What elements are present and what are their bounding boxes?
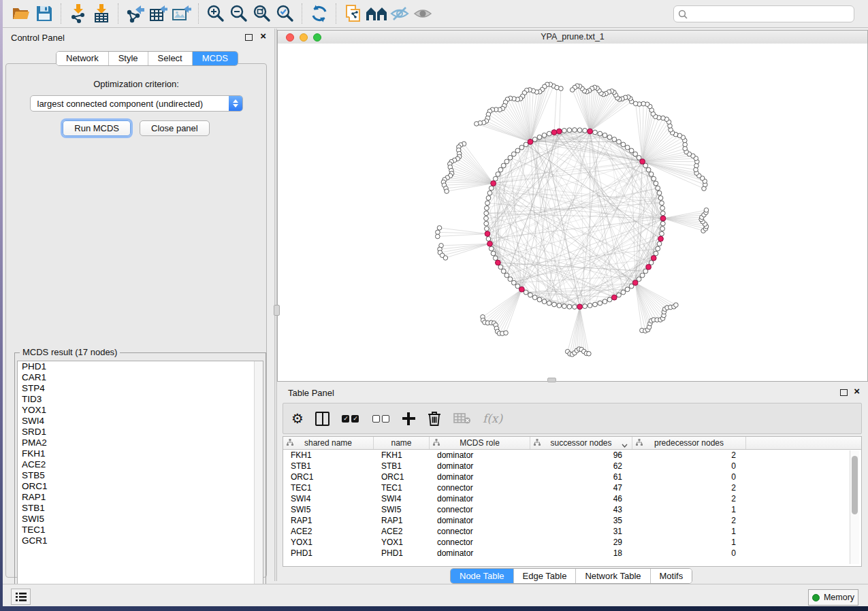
- duplicate-network-icon[interactable]: [342, 3, 365, 24]
- mcds-result-item[interactable]: PMA2: [18, 437, 263, 448]
- zoom-out-icon[interactable]: [227, 3, 251, 24]
- table-cell: 0: [632, 472, 746, 482]
- window-minimize-button[interactable]: [300, 33, 308, 42]
- column-header[interactable]: shared name: [283, 437, 374, 449]
- mcds-result-item[interactable]: SRD1: [18, 427, 263, 437]
- save-session-icon[interactable]: [33, 3, 56, 24]
- zoom-fit-icon[interactable]: [251, 3, 274, 24]
- dropdown-stepper-icon: [229, 96, 242, 111]
- table-panel: Table Panel × ⚙ ✓✓ f(x) shared namenameM…: [277, 383, 868, 584]
- mcds-result-item[interactable]: PHD1: [18, 361, 263, 372]
- table-row[interactable]: STB1STB1dominator620: [283, 461, 861, 472]
- table-scrollbar-thumb[interactable]: [852, 456, 858, 514]
- delete-table-icon[interactable]: [453, 408, 471, 429]
- mcds-result-item[interactable]: STP4: [18, 383, 263, 394]
- export-image-icon[interactable]: [170, 3, 193, 24]
- table-row[interactable]: ACE2ACE2connector311: [283, 526, 861, 537]
- tab-network-table[interactable]: Network Table: [576, 569, 650, 583]
- column-type-icon: [534, 439, 541, 448]
- network-window-titlebar[interactable]: YPA_prune.txt_1: [278, 31, 867, 44]
- table-row[interactable]: RAP1RAP1dominator352: [283, 515, 861, 526]
- memory-button[interactable]: Memory: [808, 589, 858, 606]
- close-panel-icon[interactable]: ×: [260, 29, 266, 43]
- first-neighbors-icon[interactable]: [365, 3, 388, 24]
- table-cell: 1: [632, 537, 746, 548]
- mcds-result-item[interactable]: ACE2: [18, 459, 263, 470]
- show-columns-icon[interactable]: [315, 408, 329, 429]
- mcds-result-item[interactable]: TEC1: [18, 525, 263, 535]
- window-zoom-button[interactable]: [313, 33, 321, 42]
- open-file-icon[interactable]: [10, 3, 33, 24]
- select-all-icon[interactable]: ✓✓: [341, 408, 360, 429]
- table-row[interactable]: YOX1YOX1connector291: [283, 537, 861, 548]
- column-header[interactable]: predecessor nodes: [632, 437, 746, 449]
- toolbar-separator: [198, 3, 199, 24]
- close-panel-button[interactable]: Close panel: [140, 120, 210, 136]
- tab-style[interactable]: Style: [109, 52, 148, 65]
- import-table-icon[interactable]: [90, 3, 113, 24]
- mcds-list-scrollbar[interactable]: [254, 361, 263, 601]
- table-settings-gear-icon[interactable]: ⚙: [291, 408, 304, 429]
- search-input[interactable]: [690, 9, 850, 20]
- tab-edge-table[interactable]: Edge Table: [514, 569, 577, 583]
- mcds-result-item[interactable]: TID3: [18, 394, 263, 405]
- run-mcds-button[interactable]: Run MCDS: [63, 120, 131, 136]
- network-canvas[interactable]: [278, 44, 867, 381]
- mcds-result-item[interactable]: FKH1: [18, 448, 263, 459]
- search-box[interactable]: [673, 5, 854, 22]
- criterion-dropdown[interactable]: largest connected component (undirected): [30, 95, 243, 112]
- table-row[interactable]: TEC1TEC1connector472: [283, 482, 861, 493]
- mcds-result-item[interactable]: CAR1: [18, 372, 263, 383]
- mcds-result-list[interactable]: PHD1CAR1STP4TID3YOX1SWI4SRD1PMA2FKH1ACE2…: [17, 361, 263, 601]
- table-row[interactable]: SWI4SWI4dominator462: [283, 493, 861, 504]
- table-row[interactable]: ORC1ORC1dominator610: [283, 472, 861, 482]
- tab-mcds[interactable]: MCDS: [193, 52, 238, 65]
- add-column-icon[interactable]: [402, 408, 415, 429]
- mcds-result-item[interactable]: STB5: [18, 470, 263, 481]
- table-row[interactable]: FKH1FKH1dominator962: [283, 450, 861, 461]
- table-scrollbar[interactable]: [850, 450, 859, 564]
- column-type-icon: [636, 439, 643, 448]
- delete-column-trash-icon[interactable]: [427, 408, 442, 429]
- show-all-icon[interactable]: [411, 3, 434, 24]
- float-table-panel-icon[interactable]: [840, 389, 848, 396]
- application-window: Control Panel × Network Style Select MCD…: [3, 0, 868, 606]
- mcds-result-item[interactable]: SWI4: [18, 416, 263, 427]
- function-builder-icon[interactable]: f(x): [483, 408, 502, 429]
- zoom-selected-icon[interactable]: [274, 3, 297, 24]
- column-header[interactable]: MCDS role: [430, 437, 530, 449]
- tab-node-table[interactable]: Node Table: [451, 569, 514, 583]
- column-header[interactable]: successor nodes: [530, 437, 632, 449]
- table-panel-splitter-grip[interactable]: [547, 378, 556, 382]
- column-header-label: successor nodes: [550, 438, 611, 448]
- export-network-icon[interactable]: [124, 3, 147, 24]
- column-header[interactable]: name: [374, 437, 430, 449]
- panel-splitter-grip[interactable]: [274, 305, 280, 316]
- search-icon: [678, 10, 688, 19]
- table-row[interactable]: PHD1PHD1dominator180: [283, 548, 861, 559]
- tab-select[interactable]: Select: [148, 52, 193, 65]
- zoom-in-icon[interactable]: [204, 3, 227, 24]
- float-panel-icon[interactable]: [245, 34, 253, 41]
- close-table-panel-icon[interactable]: ×: [854, 384, 860, 398]
- mcds-result-item[interactable]: STB1: [18, 503, 263, 514]
- export-table-icon[interactable]: [147, 3, 170, 24]
- mcds-result-item[interactable]: GCR1: [18, 535, 263, 546]
- tab-motifs[interactable]: Motifs: [651, 569, 692, 583]
- tab-network[interactable]: Network: [57, 52, 109, 65]
- mcds-result-item[interactable]: YOX1: [18, 405, 263, 416]
- table-cell: ORC1: [374, 472, 430, 482]
- import-network-icon[interactable]: [67, 3, 90, 24]
- table-row[interactable]: SWI5SWI5connector431: [283, 504, 861, 515]
- mcds-result-item[interactable]: ORC1: [18, 481, 263, 492]
- window-close-button[interactable]: [286, 33, 294, 42]
- hide-selected-icon[interactable]: [388, 3, 411, 24]
- table-cell: YOX1: [283, 537, 374, 548]
- deselect-all-icon[interactable]: [372, 408, 391, 429]
- refresh-icon[interactable]: [308, 3, 331, 24]
- table-cell: connector: [430, 526, 530, 537]
- task-history-button[interactable]: [11, 589, 31, 605]
- column-header-label: name: [391, 438, 411, 448]
- mcds-result-item[interactable]: SWI5: [18, 514, 263, 525]
- mcds-result-item[interactable]: RAP1: [18, 492, 263, 503]
